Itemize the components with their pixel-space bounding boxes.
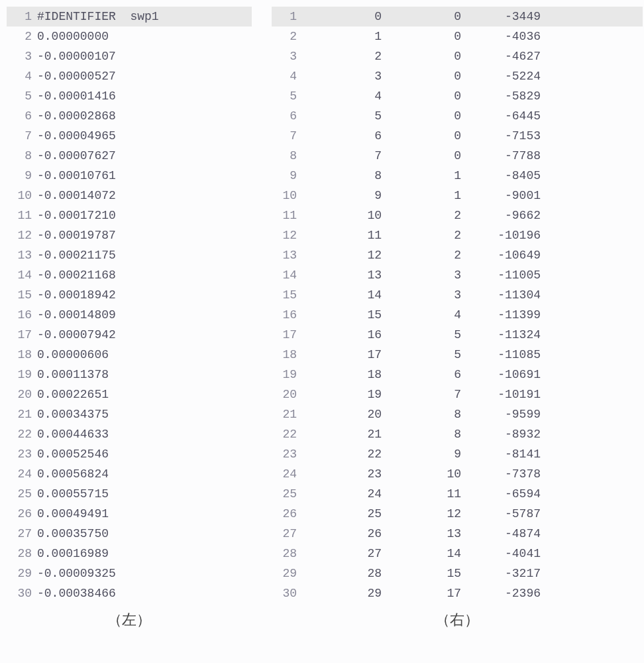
col-3: -2396 (461, 583, 541, 603)
col-1: 13 (302, 265, 382, 285)
right-columns: 2512-5787 (302, 504, 643, 524)
right-columns: 186-10691 (302, 365, 643, 385)
left-value: -0.00001416 (37, 86, 252, 106)
line-number: 24 (272, 464, 302, 484)
col-1: 14 (302, 285, 382, 305)
col-1: 24 (302, 484, 382, 504)
left-row: 280.00016989 (7, 544, 252, 564)
right-row: 282714-4041 (272, 544, 643, 564)
left-value: 0.00052546 (37, 444, 252, 464)
right-row: 12112-10196 (272, 225, 643, 245)
line-number: 30 (272, 583, 302, 603)
right-row: 252411-6594 (272, 484, 643, 504)
left-row: 20.00000000 (7, 27, 252, 46)
right-row: 1091-9001 (272, 186, 643, 206)
left-value: 0.00022651 (37, 385, 252, 404)
line-number: 19 (272, 365, 302, 385)
col-2: 13 (382, 524, 461, 544)
col-2: 5 (382, 325, 461, 345)
left-value: -0.00000107 (37, 46, 252, 66)
left-row: 7-0.00004965 (7, 126, 252, 146)
left-row: 260.00049491 (7, 504, 252, 524)
line-number: 7 (272, 126, 302, 146)
right-columns: 197-10191 (302, 385, 643, 404)
right-columns: 70-7788 (302, 146, 643, 166)
col-2: 1 (382, 186, 461, 206)
line-number: 9 (272, 166, 302, 186)
right-row: 18175-11085 (272, 345, 643, 365)
col-3: -3217 (461, 564, 541, 583)
line-number: 22 (272, 424, 302, 444)
col-2: 15 (382, 564, 461, 583)
line-number: 1 (7, 7, 37, 27)
line-number: 8 (272, 146, 302, 166)
col-2: 12 (382, 504, 461, 524)
left-row: 8-0.00007627 (7, 146, 252, 166)
right-columns: 154-11399 (302, 305, 643, 325)
right-row: 870-7788 (272, 146, 643, 166)
right-row: 16154-11399 (272, 305, 643, 325)
line-number: 2 (272, 27, 302, 46)
line-number: 3 (272, 46, 302, 66)
left-row: 240.00056824 (7, 464, 252, 484)
col-2: 0 (382, 86, 461, 106)
left-value: -0.00000527 (37, 66, 252, 86)
col-3: -7153 (461, 126, 541, 146)
col-1: 27 (302, 544, 382, 564)
line-number: 16 (272, 305, 302, 325)
col-3: -9662 (461, 206, 541, 225)
left-value: 0.00016989 (37, 544, 252, 564)
left-row: 190.00011378 (7, 365, 252, 385)
col-3: -9001 (461, 186, 541, 206)
line-number: 10 (7, 186, 37, 206)
right-row: 22218-8932 (272, 424, 643, 444)
right-row: 210-4036 (272, 27, 643, 46)
line-number: 15 (7, 285, 37, 305)
left-value: -0.00021175 (37, 245, 252, 265)
left-value: -0.00018942 (37, 285, 252, 305)
left-value: #IDENTIFIER swp1 (37, 7, 252, 27)
col-2: 10 (382, 464, 461, 484)
left-value: -0.00014072 (37, 186, 252, 206)
line-number: 11 (272, 206, 302, 225)
right-columns: 2411-6594 (302, 484, 643, 504)
panel-labels: （左） （右） (7, 610, 637, 630)
col-2: 17 (382, 583, 461, 603)
right-columns: 229-8141 (302, 444, 643, 464)
right-row: 23229-8141 (272, 444, 643, 464)
col-1: 11 (302, 225, 382, 245)
data-container: 1#IDENTIFIER swp120.000000003-0.00000107… (7, 7, 637, 603)
left-value: -0.00004965 (37, 126, 252, 146)
col-2: 0 (382, 146, 461, 166)
right-columns: 2714-4041 (302, 544, 643, 564)
left-value: -0.00038466 (37, 583, 252, 603)
col-3: -4041 (461, 544, 541, 564)
col-2: 5 (382, 345, 461, 365)
line-number: 20 (7, 385, 37, 404)
col-2: 0 (382, 7, 461, 27)
col-1: 21 (302, 424, 382, 444)
col-3: -11399 (461, 305, 541, 325)
col-3: -5787 (461, 504, 541, 524)
left-value: 0.00049491 (37, 504, 252, 524)
right-columns: 20-4627 (302, 46, 643, 66)
col-1: 26 (302, 524, 382, 544)
col-2: 7 (382, 385, 461, 404)
left-row: 10-0.00014072 (7, 186, 252, 206)
right-row: 302917-2396 (272, 583, 643, 603)
left-row: 220.00044633 (7, 424, 252, 444)
left-row: 180.00000606 (7, 345, 252, 365)
col-1: 18 (302, 365, 382, 385)
right-row: 430-5224 (272, 66, 643, 86)
line-number: 22 (7, 424, 37, 444)
line-number: 9 (7, 166, 37, 186)
col-3: -3449 (461, 7, 541, 27)
left-value: 0.00055715 (37, 484, 252, 504)
left-row: 30-0.00038466 (7, 583, 252, 603)
line-number: 5 (272, 86, 302, 106)
line-number: 18 (272, 345, 302, 365)
line-number: 14 (7, 265, 37, 285)
col-1: 9 (302, 186, 382, 206)
line-number: 4 (272, 66, 302, 86)
left-row: 210.00034375 (7, 404, 252, 424)
